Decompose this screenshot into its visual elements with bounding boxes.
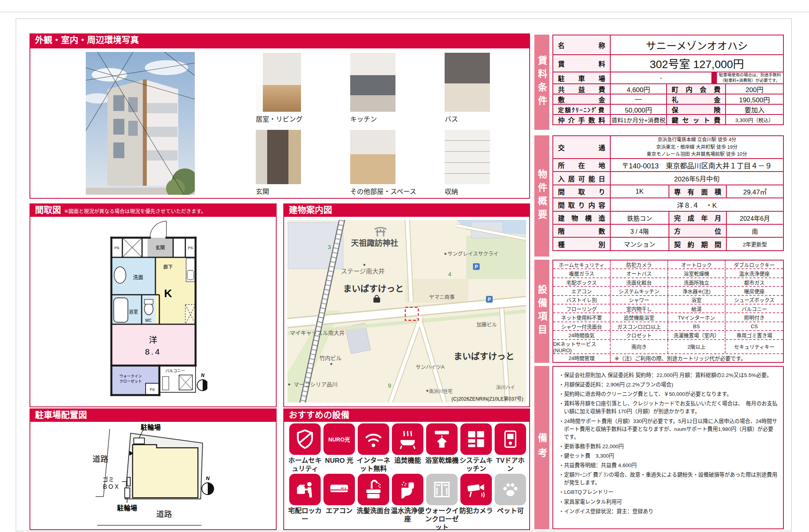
equipment-cell: 浄水器※(注)	[668, 287, 726, 295]
equipment-cell: 2階以上	[668, 340, 726, 353]
insurance-label: 保険	[666, 104, 726, 115]
walk-in-closet-icon	[426, 474, 458, 505]
insurance-value: 要加入	[725, 104, 784, 115]
floors-label: 階数	[552, 224, 611, 238]
rent-value: 302号室 127,000円	[610, 54, 784, 72]
equipment-row: DKネットサービス(NURO)南向き2階以上セキュリティキー	[553, 340, 783, 354]
photo-other-room	[350, 130, 395, 184]
photos-title: 外観・室内・周辺環境写真	[35, 33, 139, 47]
svg-text:NURO光: NURO光	[329, 436, 350, 443]
equipment-cell: ガスコンロ2口以上	[611, 322, 668, 330]
pet-icon	[495, 474, 526, 505]
room-wic-line1: ウォークイン	[119, 374, 142, 378]
equipment-cell: CS	[726, 322, 783, 330]
equipment-cell: シャワー付洗面台	[553, 322, 611, 330]
access-label: 交通	[552, 135, 611, 159]
neighborhood-fee-value: 200円	[725, 83, 784, 94]
tv-doorphone-icon	[495, 423, 526, 455]
deposit-label: 敷金	[552, 94, 611, 105]
map-title: 建物案内図	[289, 203, 332, 217]
photo-caption: 玄関	[256, 186, 269, 196]
facility-item: NURO光NURO 光	[322, 423, 356, 473]
address-value: 〒140-0013 東京都品川区南大井１丁目４－９	[610, 158, 784, 172]
equipment-row: 複層ガラスオートバス浴室乾燥機温水洗浄便座	[553, 269, 783, 278]
equipment-cell: TVインターホン	[668, 313, 726, 321]
facility-label: 温水洗浄便座	[390, 507, 425, 523]
structure-value: 鉄筋コン	[610, 211, 669, 225]
equipment-cell: 洗濯機置場（室内）	[668, 331, 726, 339]
cleaning-fee-label: 定額ｸﾘｰﾆﾝｸﾞ費	[552, 104, 611, 115]
structure-label: 建物構造	[552, 211, 611, 225]
equipment-cell: オートバス	[611, 269, 668, 277]
trash-box-label: ＢＯＸ	[102, 483, 120, 490]
facility-item: 追焚機能	[391, 423, 425, 473]
sidebar-remarks: 備考	[534, 366, 549, 529]
key-set-fee-value: 3,300円（税込）	[725, 114, 784, 125]
facility-label: エアコン	[322, 507, 356, 515]
parking-diagram: 駐輪場 道路 ゴミ ＢＯＸ 駐輪場 道路 N	[30, 422, 276, 528]
facility-item: インターネット無料	[356, 423, 390, 473]
equipment-cell: セキュリティキー	[726, 340, 783, 353]
equipment-cell: バルコニー	[726, 305, 783, 312]
parking-p-icon: P	[475, 264, 478, 270]
bathtub-reheat-icon	[392, 423, 423, 455]
parking-section-header: 駐車場配置図	[30, 408, 277, 422]
equipment-cell: 照明付き	[726, 313, 783, 321]
equipment-cell: 室内物干し	[611, 305, 668, 312]
room-wc: WC	[145, 318, 152, 323]
facilities-grid: ホームセキュリティNURO光NURO 光インターネット無料追焚機能浴室乾燥機シス…	[288, 423, 527, 532]
floorplan-note: ※図面と現況が異なる場合は現況を優先させていただきます。	[64, 207, 206, 214]
room-bathroom: 浴室	[129, 309, 138, 315]
rent-label: 賃料	[552, 54, 611, 72]
rent-name-label: 名称	[552, 35, 611, 55]
equipment-row: シャワー付洗面台ガスコンロ2口以上BSCS	[553, 322, 783, 331]
address-label: 所在地	[552, 158, 611, 172]
facilities-content: ホームセキュリティNURO光NURO 光インターネット無料追焚機能浴室乾燥機シス…	[283, 422, 530, 530]
facility-item: ホームセキュリティ	[288, 423, 322, 473]
floorplan-drawing: PS 玄関 PS 洗面 廊下 K 浴室 WC 洋 8.4 ウォークイン クローゼ…	[108, 220, 207, 400]
facility-label: 追焚機能	[390, 456, 425, 465]
equipment-cell: BS	[668, 322, 726, 330]
equipment-cell: 追焚機能浴室	[611, 313, 668, 321]
equipment-cell: シャワー	[611, 296, 668, 304]
equipment-row: 24時間換気クロゼット洗濯機置場（室内）専用ゴミ置き場	[553, 331, 783, 340]
bicycle-area-label: 駐輪場	[141, 423, 161, 431]
property-sheet: 外観・室内・周辺環境写真	[0, 0, 809, 532]
facility-label: 防犯カメラ	[459, 507, 493, 515]
map-content: P P 天祖諏訪神社 ステージ南大井 サングレイスサクライ まいばすけっと ヤマ…	[283, 217, 530, 407]
move-in-value: 2026年5月中旬	[610, 171, 784, 185]
facility-item: 浴室乾燥機	[425, 423, 459, 473]
equipment-cell: バストイレ別	[553, 296, 611, 304]
remark-item: 定額ｸﾘｰﾆﾝｸﾞ費ﾌﾟﾗﾝの場合、故意・重過失による鍵紛失・設備破損等があった…	[559, 471, 778, 487]
shield-icon	[289, 423, 321, 455]
key-set-fee-label: 鍵セット費	[666, 114, 726, 125]
remark-item: 24時間サポート費用（月額）330円が必要です。5月12日以降に入居申込の場合、…	[559, 417, 778, 441]
key-money-value: 190,500円	[725, 94, 784, 105]
equipment-cell: 給湯	[668, 305, 726, 312]
equipment-row: ホームセキュリティ防犯カメラオートロックダブルロックキー	[553, 260, 783, 269]
compass-north-icon: N	[201, 373, 205, 378]
equipment-cell: 浴室	[668, 296, 726, 304]
layout-label: 間取り	[552, 185, 611, 198]
parking-value: -	[610, 72, 712, 84]
remark-item: 賃料等月額を口座引落とし、クレジットカードでお支払いいただく場合は、 毎月のお支…	[559, 400, 778, 416]
equipment-cell: 複層ガラス	[553, 269, 611, 277]
area-value: 29.47㎡	[726, 185, 784, 198]
parking-note-line1: 駐車場使用の場合は、別途手数料	[719, 72, 781, 78]
room-balcony: バルコニー	[165, 369, 185, 373]
equipment-cell: オートロック	[668, 260, 726, 268]
equipment-row: ネット使用料不要追焚機能浴室TVインターホン照明付き	[553, 313, 783, 322]
facility-label: ウォークインクローゼット	[425, 507, 459, 532]
top-divider	[0, 12, 809, 12]
facility-item: システムキッチン	[459, 423, 493, 473]
facility-label: ペット可	[493, 507, 528, 515]
layout-detail-label: 間取り内容	[552, 198, 611, 212]
remark-item: 更新事務手数料 22,000円	[559, 443, 778, 451]
facility-item: 宅配ロッカー	[288, 474, 322, 532]
map-label: 加藤ビル	[477, 321, 497, 327]
photos-section: 外観・室内・周辺環境写真	[30, 33, 530, 199]
photo-caption: 収納	[445, 186, 458, 196]
agency-fee-label: 仲介手数料	[552, 114, 611, 125]
equipment-cell: 防犯カメラ	[611, 260, 668, 268]
photos-content: 居室・リビング キッチン バス 玄関 その他部屋・スペース 収納	[30, 48, 530, 199]
